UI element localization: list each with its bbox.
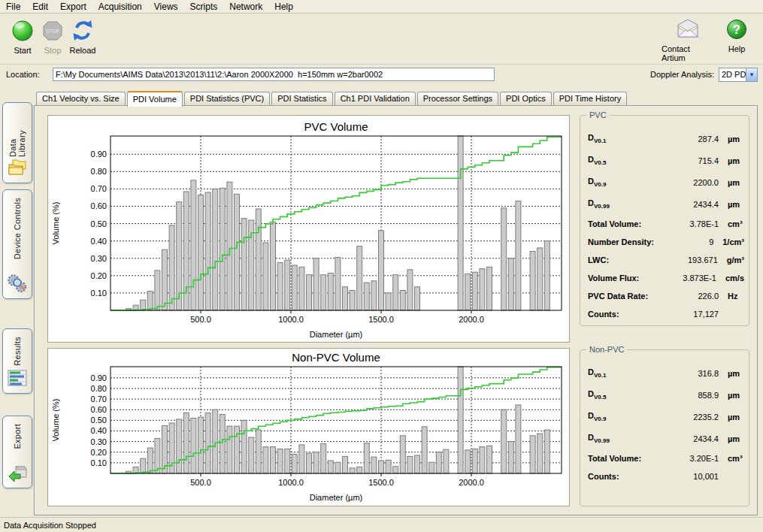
stat-label: Volume Flux: [588,274,665,283]
stat-unit: µm [728,391,740,400]
pvc-volume-chart: PVC VolumeVolume (%)0.100.200.300.400.50… [47,115,570,343]
svg-text:0.40: 0.40 [91,426,107,435]
tab-ch1-velocity-vs-size[interactable]: Ch1 Velocity vs. Size [36,92,126,106]
stat-row: DV0.92235.2µm [588,406,744,428]
stat-unit: cm/s [725,274,744,283]
doppler-selected-value: 2D PDI [719,68,746,81]
svg-text:500.0: 500.0 [190,315,211,324]
stat-row: DV0.1316.8µm [588,362,744,384]
location-row: Location: Doppler Analysis: 2D PDI ▼ [0,65,763,85]
chart-title: Non-PVC Volume [292,351,380,364]
sidebar-item-label: Results [13,337,22,366]
combo-dropdown-arrow-icon[interactable]: ▼ [746,68,757,81]
tab-pdi-statistics-pvc[interactable]: PDI Statistics (PVC) [184,92,270,106]
stat-row: DV0.992434.4µm [588,193,744,215]
svg-text:500.0: 500.0 [190,478,211,487]
stop-label: Stop [44,46,62,55]
non-pvc-groupbox-title: Non-PVC [586,345,627,354]
reload-button[interactable]: Reload [63,18,102,62]
svg-text:0.50: 0.50 [91,416,107,425]
sidebar-item-data-library[interactable]: Data Library [2,102,32,183]
location-input[interactable] [53,68,495,81]
y-axis-label: Volume (%) [51,202,60,245]
stat-value: 3.78E-1 [666,219,719,228]
bar-chart-icon [7,367,28,388]
tab-processor-settings[interactable]: Processor Settings [417,92,498,106]
svg-text:0.30: 0.30 [91,437,107,446]
doppler-analysis-select[interactable]: 2D PDI ▼ [719,68,758,82]
sidebar-item-device-controls[interactable]: Device Controls [2,189,32,299]
stat-row: Counts:10,001 [588,467,744,485]
stat-value: 2434.4 [666,434,719,443]
tab-pdi-optics[interactable]: PDI Optics [500,92,552,106]
tab-pdi-statistics[interactable]: PDI Statistics [271,92,332,106]
menu-item-acquisition[interactable]: Acquisition [92,1,148,13]
stat-value: 858.9 [666,391,719,400]
sidebar-item-label: Export [13,424,22,449]
stat-row: DV0.992434.4µm [588,428,744,449]
stat-unit: cm³ [728,454,743,463]
contact-artium-label: Contact Artium [662,44,714,62]
contact-artium-button[interactable]: Contact Artium [662,18,714,62]
menu-item-edit[interactable]: Edit [26,1,54,13]
stat-unit: cm³ [728,219,743,228]
menu-item-file[interactable]: File [0,1,26,13]
svg-text:1500.0: 1500.0 [368,478,394,487]
stat-value: 715.4 [666,156,719,165]
stat-unit: 1/cm³ [722,237,744,246]
svg-text:0.20: 0.20 [91,271,107,280]
tab-ch1-pdi-validation[interactable]: Ch1 PDI Validation [335,92,416,106]
svg-text:2000.0: 2000.0 [459,315,484,324]
tab-pdi-time-history[interactable]: PDI Time History [553,92,628,106]
svg-text:0.30: 0.30 [91,254,107,263]
sidebar-item-label: Data Library [8,110,26,157]
start-icon [11,18,35,44]
stat-label: Counts: [588,472,666,481]
stat-value: 9 [663,237,713,246]
stat-value: 2235.2 [666,413,719,422]
stat-value: 2434.4 [666,200,719,209]
status-bar: Data Acquisition Stopped [0,517,763,532]
toolbar: Start STOP Stop Reload [0,14,763,65]
x-axis-label: Diameter (µm) [310,493,363,502]
chart-canvas: PVC VolumeVolume (%)0.100.200.300.400.50… [48,116,571,343]
stat-row: DV0.92200.0µm [588,171,744,193]
stat-unit: µm [728,413,740,422]
svg-text:0.70: 0.70 [91,394,107,404]
help-icon: ? [725,18,748,42]
sidebar-item-results[interactable]: Results [2,328,32,394]
svg-text:0.40: 0.40 [91,237,107,246]
stat-row: Volume Flux:3.873E-1cm/s [588,269,744,287]
export-arrow-icon [7,462,28,483]
menu-item-views[interactable]: Views [148,1,184,13]
stat-value: 287.4 [666,135,719,144]
stat-label: DV0.1 [588,367,666,379]
menu-item-network[interactable]: Network [223,1,268,13]
stat-row: DV0.5858.9µm [588,384,744,406]
svg-text:1000.0: 1000.0 [278,478,304,487]
svg-text:2000.0: 2000.0 [459,478,484,487]
tab-strip: Ch1 Velocity vs. SizePDI VolumePDI Stati… [36,90,628,106]
help-button[interactable]: ? Help [722,18,752,62]
mail-icon [675,18,701,42]
svg-text:0.90: 0.90 [91,150,107,159]
stat-label: DV0.5 [588,389,666,401]
svg-text:0.90: 0.90 [91,373,107,382]
menu-item-scripts[interactable]: Scripts [184,1,224,13]
x-axis-label: Diameter (µm) [310,330,363,339]
stat-label: DV0.99 [588,198,666,210]
stat-row: Number Density:91/cm³ [588,233,744,251]
non-pvc-stats-groupbox: Non-PVC DV0.1316.8µmDV0.5858.9µmDV0.9223… [580,349,749,506]
stat-label: DV0.1 [588,133,666,144]
sidebar-item-export[interactable]: Export [2,416,32,488]
stat-row: DV0.5715.4µm [588,150,744,171]
stat-label: DV0.9 [588,411,666,422]
svg-text:0.20: 0.20 [91,448,107,457]
tab-page-pdi-volume: PVC VolumeVolume (%)0.100.200.300.400.50… [34,105,758,515]
stat-value: 193.671 [665,255,718,264]
menu-item-export[interactable]: Export [54,1,92,13]
svg-text:?: ? [733,23,740,36]
tab-pdi-volume[interactable]: PDI Volume [127,91,183,107]
stat-label: Total Volume: [588,454,666,463]
menu-item-help[interactable]: Help [268,1,299,13]
